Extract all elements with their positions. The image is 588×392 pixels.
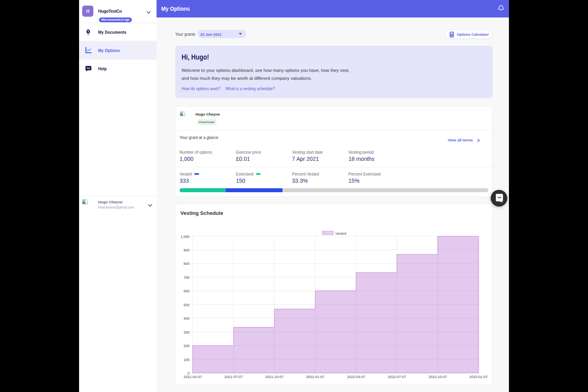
svg-text:500: 500 bbox=[184, 303, 190, 307]
svg-text:2022-07-07: 2022-07-07 bbox=[388, 375, 406, 379]
svg-text:2021-04-07: 2021-04-07 bbox=[184, 375, 202, 379]
svg-text:400: 400 bbox=[184, 317, 190, 321]
svg-text:Vested: Vested bbox=[335, 232, 346, 236]
svg-text:300: 300 bbox=[184, 330, 190, 334]
svg-text:800: 800 bbox=[184, 262, 190, 266]
svg-text:2022-04-07: 2022-04-07 bbox=[347, 375, 365, 379]
svg-text:600: 600 bbox=[184, 289, 190, 293]
svg-text:200: 200 bbox=[184, 344, 190, 348]
svg-text:1,000: 1,000 bbox=[180, 235, 190, 239]
svg-text:100: 100 bbox=[184, 358, 190, 362]
svg-text:900: 900 bbox=[184, 248, 190, 252]
svg-text:700: 700 bbox=[184, 276, 190, 280]
svg-text:2022-01-07: 2022-01-07 bbox=[306, 375, 324, 379]
svg-text:2021-10-07: 2021-10-07 bbox=[265, 375, 284, 379]
svg-text:2023-01-07: 2023-01-07 bbox=[470, 375, 488, 379]
svg-text:2021-07-07: 2021-07-07 bbox=[224, 375, 243, 379]
svg-text:2022-10-07: 2022-10-07 bbox=[429, 375, 447, 379]
